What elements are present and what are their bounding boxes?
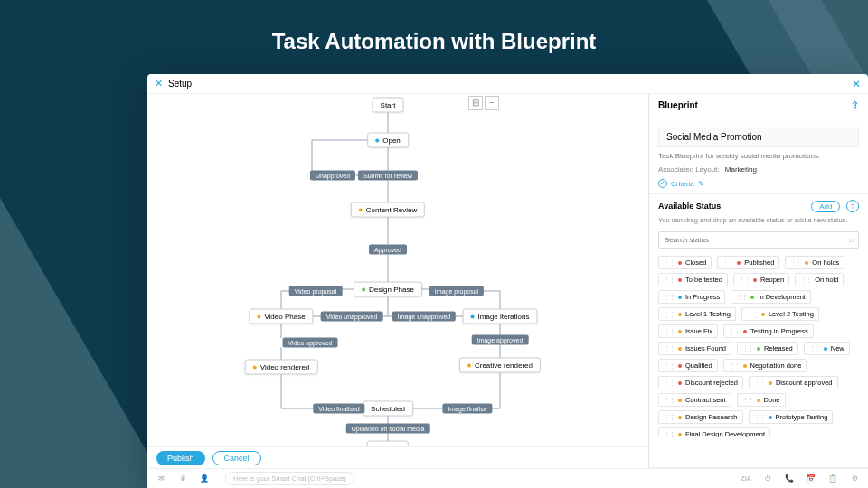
drag-grip-icon: ⋮⋮ xyxy=(729,362,740,370)
status-dot xyxy=(753,278,757,282)
app-footer: ✉ ♛ 👤 Here is your Smart Chat (Ctrl+Spac… xyxy=(147,468,868,488)
user-icon[interactable]: 👤 xyxy=(198,474,211,483)
status-dot xyxy=(678,347,682,351)
status-chip[interactable]: ⋮⋮Closed xyxy=(658,256,712,269)
node-scheduled[interactable]: Scheduled xyxy=(363,401,413,417)
status-chip[interactable]: ⋮⋮New xyxy=(804,342,850,355)
status-dot xyxy=(678,313,682,316)
status-chip[interactable]: ⋮⋮Released xyxy=(737,342,798,355)
status-dot xyxy=(769,381,772,385)
sidebar-header: Blueprint ⇪ xyxy=(649,94,868,117)
edge-label: Video proposal xyxy=(289,286,343,296)
status-dot xyxy=(471,314,475,318)
cancel-button[interactable]: Cancel xyxy=(212,451,261,465)
drag-grip-icon: ⋮⋮ xyxy=(664,414,675,421)
status-dot xyxy=(678,433,682,436)
status-dot xyxy=(824,347,827,351)
status-chip[interactable]: ⋮⋮To be tested xyxy=(658,273,728,286)
node-image-iterations[interactable]: Image iterations xyxy=(463,309,538,324)
app-window: ✕ Setup ✕ StartOpenContent ReviewDesign … xyxy=(147,74,868,488)
status-chip[interactable]: ⋮⋮Level 1 Testing xyxy=(658,307,736,321)
status-dot xyxy=(678,364,682,368)
status-chip[interactable]: ⋮⋮Qualified xyxy=(658,359,718,372)
canvas-toolbar: ⊞ − xyxy=(468,96,499,110)
search-input[interactable] xyxy=(658,231,859,249)
status-chip[interactable]: ⋮⋮On holds xyxy=(785,256,844,269)
edge-label: Image finalise xyxy=(442,404,492,414)
smart-chat[interactable]: Here is your Smart Chat (Ctrl+Space) xyxy=(225,472,354,485)
blueprint-name[interactable]: Social Media Promotion xyxy=(658,127,859,147)
footer-right: ZiA ⏱ 📞 📅 📋 ⚙ xyxy=(740,474,861,483)
status-dot xyxy=(678,278,682,282)
setup-icon: ✕ xyxy=(155,78,163,89)
node-start[interactable]: Start xyxy=(373,98,404,113)
chat-icon[interactable]: ✉ xyxy=(155,474,167,483)
status-chip[interactable]: ⋮⋮Negotiation done xyxy=(723,359,807,372)
status-chip-list: ⋮⋮Closed⋮⋮Published⋮⋮On holds⋮⋮To be tes… xyxy=(658,252,859,437)
status-dot xyxy=(375,138,379,142)
blueprint-info: Social Media Promotion Task Blueprint fo… xyxy=(649,117,868,194)
add-status-button[interactable]: Add xyxy=(811,201,840,212)
window-header: ✕ Setup ✕ xyxy=(147,74,868,94)
node-video-phase[interactable]: Video Phase xyxy=(249,309,313,324)
settings-icon[interactable]: ⚙ xyxy=(848,474,861,483)
status-chip[interactable]: ⋮⋮Issue Fix xyxy=(658,324,718,338)
zoom-out-button[interactable]: − xyxy=(485,96,499,110)
drag-grip-icon: ⋮⋮ xyxy=(664,431,675,438)
status-dot xyxy=(678,416,682,419)
criteria-link[interactable]: ✓ Criteria ✎ xyxy=(658,179,859,188)
status-chip[interactable]: ⋮⋮Discount rejected xyxy=(658,376,743,389)
timer-icon[interactable]: ⏱ xyxy=(761,474,774,483)
zia-icon[interactable]: ZiA xyxy=(740,474,752,483)
available-status-header: Available Status Add ? xyxy=(658,200,859,212)
status-dot xyxy=(743,330,747,333)
node-open[interactable]: Open xyxy=(367,133,409,148)
status-chip[interactable]: ⋮⋮In Progress xyxy=(658,290,725,304)
publish-button[interactable]: Publish xyxy=(156,451,205,465)
phone-icon[interactable]: 📞 xyxy=(783,474,796,483)
edge-label: Video finalised xyxy=(313,404,364,414)
node-creative-rendered[interactable]: Creative rendered xyxy=(459,358,541,373)
node-close[interactable]: Close xyxy=(367,441,409,447)
collab-icon[interactable]: ♛ xyxy=(176,474,189,483)
status-chip[interactable]: ⋮⋮Level 2 Testing xyxy=(741,307,819,321)
status-chip[interactable]: ⋮⋮On hold xyxy=(795,273,844,286)
status-dot xyxy=(678,330,682,333)
associated-layout: Associated Layout: Marketing xyxy=(658,165,859,174)
status-chip[interactable]: ⋮⋮Reopen xyxy=(733,273,789,286)
drag-grip-icon: ⋮⋮ xyxy=(729,328,740,335)
canvas-panel: StartOpenContent ReviewDesign PhaseVideo… xyxy=(147,94,649,468)
node-content-review[interactable]: Content Review xyxy=(351,202,425,218)
edit-icon[interactable]: ✎ xyxy=(698,180,704,188)
status-chip[interactable]: ⋮⋮Prototype Testing xyxy=(749,410,834,424)
search-row: ⌕ xyxy=(658,231,859,249)
share-icon[interactable]: ⇪ xyxy=(851,99,859,111)
zoom-in-button[interactable]: ⊞ xyxy=(468,96,483,110)
drag-grip-icon: ⋮⋮ xyxy=(742,345,753,352)
status-chip[interactable]: ⋮⋮Issues Found xyxy=(658,342,731,355)
status-dot xyxy=(678,261,682,265)
status-chip[interactable]: ⋮⋮Done xyxy=(737,393,786,407)
node-design-phase[interactable]: Design Phase xyxy=(354,282,422,297)
status-chip[interactable]: ⋮⋮Discount approved xyxy=(749,376,838,389)
status-chip[interactable]: ⋮⋮Final Design Development xyxy=(658,427,770,437)
edge-label: Video unapproved xyxy=(321,312,383,322)
node-video-rendered[interactable]: Video rendered xyxy=(245,360,318,375)
sidebar: Blueprint ⇪ Social Media Promotion Task … xyxy=(649,94,868,468)
status-chip[interactable]: ⋮⋮Design Research xyxy=(658,410,743,424)
status-dot xyxy=(362,287,365,291)
status-chip[interactable]: ⋮⋮Published xyxy=(717,256,779,269)
calendar-icon[interactable]: 📅 xyxy=(805,474,817,483)
edge-label: Uploaded on social media xyxy=(346,424,430,434)
edge-label: Approved xyxy=(369,245,407,255)
status-chip[interactable]: ⋮⋮Contract sent xyxy=(658,393,731,407)
status-dot xyxy=(757,347,760,351)
clipboard-icon[interactable]: 📋 xyxy=(826,474,839,483)
help-icon[interactable]: ? xyxy=(846,200,859,212)
status-chip[interactable]: ⋮⋮Testing in Progress xyxy=(723,324,814,338)
flowchart-canvas[interactable]: StartOpenContent ReviewDesign PhaseVideo… xyxy=(147,94,648,446)
status-chip[interactable]: ⋮⋮In Development xyxy=(731,290,811,304)
edge-label: Image approved xyxy=(472,335,529,345)
edge-label: Submit for review xyxy=(358,171,418,181)
close-icon[interactable]: ✕ xyxy=(852,78,861,90)
